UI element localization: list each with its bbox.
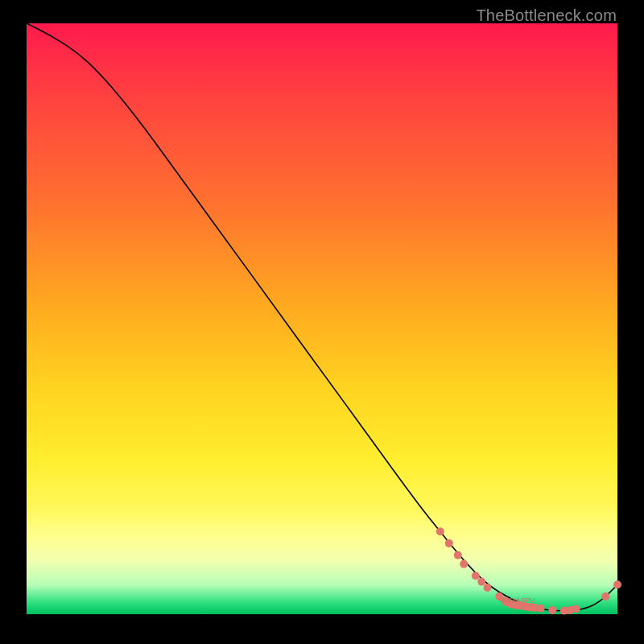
chart-svg: NVIDIA GPU	[27, 23, 617, 614]
data-point	[484, 584, 492, 592]
annotations-group: NVIDIA GPU	[499, 597, 535, 604]
data-point	[477, 578, 485, 586]
data-point	[472, 572, 480, 580]
point-annotation: NVIDIA GPU	[499, 597, 535, 604]
data-point	[454, 551, 462, 559]
data-point	[572, 605, 580, 613]
bottleneck-curve	[27, 23, 617, 611]
chart-frame: NVIDIA GPU	[27, 23, 617, 614]
data-point	[613, 580, 621, 588]
data-point	[601, 592, 609, 601]
data-point	[460, 560, 468, 568]
data-point	[537, 605, 545, 613]
watermark-text: TheBottleneck.com	[476, 6, 617, 25]
data-point	[548, 606, 556, 614]
data-point	[445, 539, 453, 547]
data-point	[436, 527, 444, 535]
